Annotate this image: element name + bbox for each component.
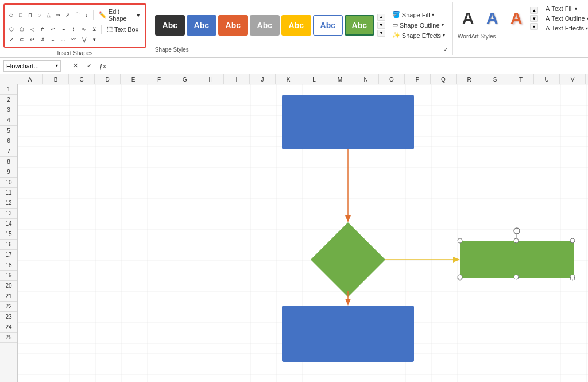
shape-icon-19[interactable]: ↙ — [7, 35, 16, 44]
col-header-t[interactable]: T — [508, 74, 534, 84]
wordart-a3[interactable]: A — [506, 8, 527, 29]
shape-icon-14[interactable]: ↶ — [48, 25, 57, 34]
wordart-scroll-down[interactable]: ▼ — [530, 15, 538, 22]
row-header-10[interactable]: 10 — [0, 178, 17, 188]
shape-icon-15[interactable]: ⌁ — [59, 25, 68, 34]
formula-input[interactable] — [111, 63, 585, 70]
shape-swatch-4[interactable]: Abc — [250, 15, 280, 36]
shape-icon-9[interactable]: ↕ — [83, 10, 91, 20]
shape-swatch-2[interactable]: Abc — [187, 15, 216, 36]
handle-tr[interactable] — [570, 238, 575, 243]
row-header-25[interactable]: 25 — [0, 333, 17, 343]
cancel-formula-button[interactable]: ✕ — [69, 60, 81, 72]
row-header-2[interactable]: 2 — [0, 95, 17, 105]
shapes-expand[interactable]: ▾ — [90, 35, 99, 44]
col-header-k[interactable]: K — [276, 74, 301, 84]
shape-icon-18[interactable]: ⊻ — [90, 25, 99, 34]
shape-icon-12[interactable]: ◁ — [28, 25, 37, 34]
text-box-button[interactable]: ⬚ Text Box — [104, 24, 141, 34]
insert-function-button[interactable]: ƒx — [97, 60, 109, 72]
row-header-24[interactable]: 24 — [0, 322, 17, 333]
wordart-a2[interactable]: A — [482, 8, 502, 29]
shape-icon-24[interactable]: ⌢ — [59, 35, 68, 44]
col-header-o[interactable]: O — [379, 74, 405, 84]
shape-icon-21[interactable]: ↩ — [28, 35, 37, 44]
row-header-21[interactable]: 21 — [0, 291, 17, 302]
shape-icon-8[interactable]: ⌒ — [73, 10, 81, 20]
row-header-14[interactable]: 14 — [0, 219, 17, 229]
shape-icon-22[interactable]: ↺ — [38, 35, 47, 44]
handle-br[interactable] — [570, 275, 575, 279]
row-header-20[interactable]: 20 — [0, 281, 17, 291]
row-header-9[interactable]: 9 — [0, 167, 17, 178]
text-effects-button[interactable]: A Text Effects ▾ — [543, 24, 588, 32]
shape-icon-5[interactable]: △ — [45, 10, 53, 20]
col-header-n[interactable]: N — [353, 74, 379, 84]
shape-icon-2[interactable]: □ — [16, 10, 24, 20]
handle-bl[interactable] — [458, 275, 462, 279]
rotate-handle[interactable] — [514, 228, 520, 234]
wordart-scroll-more[interactable]: ▾ — [530, 23, 538, 30]
text-fill-button[interactable]: A Text Fill ▾ — [543, 5, 588, 13]
row-header-22[interactable]: 22 — [0, 302, 17, 312]
handle-tm[interactable] — [514, 238, 519, 243]
wordart-a1[interactable]: A — [458, 8, 478, 29]
shape-icon-4[interactable]: ○ — [35, 10, 43, 20]
row-header-23[interactable]: 23 — [0, 312, 17, 322]
row-header-5[interactable]: 5 — [0, 126, 17, 136]
shape-effects-button[interactable]: ✨ Shape Effects ▾ — [389, 31, 448, 40]
shape-icon-3[interactable]: ⊓ — [26, 10, 34, 20]
row-header-13[interactable]: 13 — [0, 209, 17, 219]
row-header-8[interactable]: 8 — [0, 157, 17, 167]
row-header-11[interactable]: 11 — [0, 188, 17, 198]
shape-icon-6[interactable]: ⇒ — [54, 10, 62, 20]
col-header-m[interactable]: M — [327, 74, 353, 84]
col-header-u[interactable]: U — [534, 74, 560, 84]
text-outline-button[interactable]: A Text Outline ▾ — [543, 14, 588, 22]
scroll-up[interactable]: ▲ — [377, 14, 385, 21]
shape-icon-1[interactable]: ◇ — [7, 10, 15, 20]
col-header-h[interactable]: H — [198, 74, 224, 84]
row-header-12[interactable]: 12 — [0, 198, 17, 209]
name-box-dropdown[interactable]: ▾ — [56, 63, 58, 68]
col-header-f[interactable]: F — [146, 74, 172, 84]
col-header-i[interactable]: I — [224, 74, 250, 84]
scroll-more[interactable]: ▾ — [377, 30, 385, 37]
scroll-down[interactable]: ▼ — [377, 22, 385, 29]
row-header-4[interactable]: 4 — [0, 115, 17, 126]
row-header-15[interactable]: 15 — [0, 229, 17, 240]
name-box[interactable]: Flowchart... ▾ — [3, 60, 61, 72]
shape-swatch-1[interactable]: Abc — [155, 15, 185, 36]
grid-cells[interactable] — [18, 84, 588, 382]
col-header-a[interactable]: A — [17, 74, 43, 84]
shape-swatch-5[interactable]: Abc — [281, 15, 311, 36]
col-header-p[interactable]: P — [405, 74, 431, 84]
shape-swatch-6[interactable]: Abc — [313, 15, 343, 36]
wordart-scroll-up[interactable]: ▲ — [530, 7, 538, 14]
blue-rect-top[interactable] — [282, 95, 414, 149]
shape-swatch-3[interactable]: Abc — [218, 15, 248, 36]
row-header-7[interactable]: 7 — [0, 146, 17, 157]
col-header-b[interactable]: B — [43, 74, 69, 84]
row-header-18[interactable]: 18 — [0, 260, 17, 271]
shape-fill-button[interactable]: 🪣 Shape Fill ▾ — [389, 10, 448, 19]
shape-icon-10[interactable]: ⬡ — [7, 25, 16, 34]
shape-icon-13[interactable]: ↱ — [38, 25, 47, 34]
green-rect-right[interactable] — [460, 241, 574, 278]
col-header-r[interactable]: R — [457, 74, 482, 84]
col-header-j[interactable]: J — [250, 74, 276, 84]
col-header-v[interactable]: V — [560, 74, 586, 84]
shape-icon-7[interactable]: ↗ — [64, 10, 72, 20]
handle-bm[interactable] — [514, 275, 519, 279]
row-header-16[interactable]: 16 — [0, 240, 17, 250]
col-header-c[interactable]: C — [69, 74, 95, 84]
col-header-e[interactable]: E — [121, 74, 146, 84]
row-header-17[interactable]: 17 — [0, 250, 17, 260]
shape-icon-20[interactable]: ⊂ — [17, 35, 26, 44]
col-header-g[interactable]: G — [172, 74, 198, 84]
blue-rect-bottom[interactable] — [282, 306, 414, 362]
shape-icon-25[interactable]: 〰 — [69, 35, 78, 44]
green-diamond[interactable] — [311, 222, 385, 297]
row-header-6[interactable]: 6 — [0, 136, 17, 146]
shape-icon-16[interactable]: ⌇ — [69, 25, 78, 34]
